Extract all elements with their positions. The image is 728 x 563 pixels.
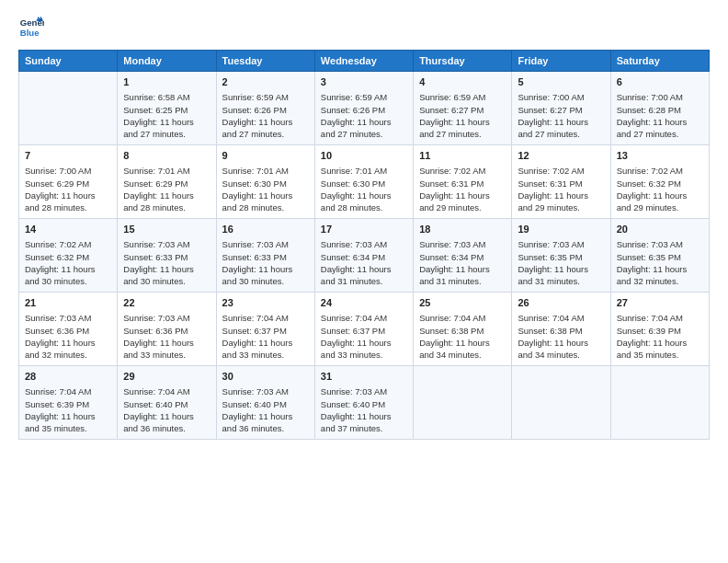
day-number: 11: [419, 149, 506, 163]
day-info: Sunrise: 7:04 AM Sunset: 6:38 PM Dayligh…: [419, 312, 506, 361]
calendar-cell: 29Sunrise: 7:04 AM Sunset: 6:40 PM Dayli…: [118, 366, 216, 440]
header-cell-thursday: Thursday: [414, 51, 512, 72]
header-cell-friday: Friday: [512, 51, 610, 72]
day-number: 12: [518, 149, 604, 163]
header-cell-wednesday: Wednesday: [314, 51, 413, 72]
day-info: Sunrise: 7:02 AM Sunset: 6:32 PM Dayligh…: [617, 165, 703, 213]
week-row-4: 21Sunrise: 7:03 AM Sunset: 6:36 PM Dayli…: [19, 293, 710, 366]
day-info: Sunrise: 6:58 AM Sunset: 6:25 PM Dayligh…: [123, 91, 210, 140]
day-number: 4: [419, 75, 506, 89]
calendar-cell: 25Sunrise: 7:04 AM Sunset: 6:38 PM Dayli…: [414, 293, 512, 366]
week-row-5: 28Sunrise: 7:04 AM Sunset: 6:39 PM Dayli…: [19, 366, 710, 440]
calendar-table: SundayMondayTuesdayWednesdayThursdayFrid…: [18, 50, 710, 440]
calendar-cell: 12Sunrise: 7:02 AM Sunset: 6:31 PM Dayli…: [512, 145, 610, 219]
calendar-cell: [512, 366, 610, 440]
calendar-cell: 9Sunrise: 7:01 AM Sunset: 6:30 PM Daylig…: [216, 145, 314, 219]
calendar-cell: 28Sunrise: 7:04 AM Sunset: 6:39 PM Dayli…: [19, 366, 118, 440]
day-info: Sunrise: 7:02 AM Sunset: 6:32 PM Dayligh…: [25, 238, 111, 287]
week-row-3: 14Sunrise: 7:02 AM Sunset: 6:32 PM Dayli…: [19, 219, 710, 293]
calendar-cell: 20Sunrise: 7:03 AM Sunset: 6:35 PM Dayli…: [610, 219, 709, 293]
day-number: 14: [25, 223, 111, 236]
day-number: 24: [321, 296, 407, 310]
day-info: Sunrise: 7:03 AM Sunset: 6:36 PM Dayligh…: [123, 312, 210, 361]
day-info: Sunrise: 7:04 AM Sunset: 6:38 PM Dayligh…: [518, 312, 604, 361]
day-info: Sunrise: 7:03 AM Sunset: 6:33 PM Dayligh…: [222, 238, 309, 287]
calendar-cell: 19Sunrise: 7:03 AM Sunset: 6:35 PM Dayli…: [512, 219, 610, 293]
calendar-header-row: SundayMondayTuesdayWednesdayThursdayFrid…: [19, 51, 710, 72]
day-info: Sunrise: 7:02 AM Sunset: 6:31 PM Dayligh…: [518, 165, 604, 213]
calendar-cell: 2Sunrise: 6:59 AM Sunset: 6:26 PM Daylig…: [216, 72, 314, 145]
day-info: Sunrise: 7:04 AM Sunset: 6:40 PM Dayligh…: [123, 385, 210, 434]
calendar-cell: 22Sunrise: 7:03 AM Sunset: 6:36 PM Dayli…: [118, 293, 216, 366]
day-number: 18: [419, 223, 506, 236]
logo: General Blue: [18, 15, 48, 40]
calendar-cell: 27Sunrise: 7:04 AM Sunset: 6:39 PM Dayli…: [610, 293, 709, 366]
logo-icon: General Blue: [18, 15, 44, 40]
day-number: 21: [25, 296, 111, 310]
day-number: 31: [321, 370, 407, 384]
day-number: 9: [222, 149, 309, 163]
day-info: Sunrise: 7:00 AM Sunset: 6:28 PM Dayligh…: [617, 91, 703, 140]
calendar-cell: 17Sunrise: 7:03 AM Sunset: 6:34 PM Dayli…: [314, 219, 413, 293]
day-number: 17: [321, 223, 407, 236]
page: General Blue SundayMondayTuesdayWednesda…: [0, 0, 728, 563]
day-number: 2: [222, 75, 309, 89]
day-info: Sunrise: 7:02 AM Sunset: 6:31 PM Dayligh…: [419, 165, 506, 213]
day-number: 25: [419, 296, 506, 310]
day-number: 22: [123, 296, 210, 310]
day-number: 6: [617, 75, 703, 89]
day-info: Sunrise: 6:59 AM Sunset: 6:26 PM Dayligh…: [321, 91, 407, 140]
day-number: 16: [222, 223, 309, 236]
day-info: Sunrise: 7:03 AM Sunset: 6:40 PM Dayligh…: [222, 385, 309, 434]
calendar-cell: [414, 366, 512, 440]
day-number: 20: [617, 223, 703, 236]
calendar-cell: 8Sunrise: 7:01 AM Sunset: 6:29 PM Daylig…: [118, 145, 216, 219]
day-number: 15: [123, 223, 210, 236]
day-info: Sunrise: 7:04 AM Sunset: 6:37 PM Dayligh…: [321, 312, 407, 361]
calendar-cell: 14Sunrise: 7:02 AM Sunset: 6:32 PM Dayli…: [19, 219, 118, 293]
day-info: Sunrise: 7:03 AM Sunset: 6:40 PM Dayligh…: [321, 385, 407, 434]
calendar-cell: 3Sunrise: 6:59 AM Sunset: 6:26 PM Daylig…: [314, 72, 413, 145]
day-info: Sunrise: 7:03 AM Sunset: 6:36 PM Dayligh…: [25, 312, 111, 361]
calendar-cell: 6Sunrise: 7:00 AM Sunset: 6:28 PM Daylig…: [610, 72, 709, 145]
day-number: 10: [321, 149, 407, 163]
week-row-2: 7Sunrise: 7:00 AM Sunset: 6:29 PM Daylig…: [19, 145, 710, 219]
calendar-cell: [610, 366, 709, 440]
svg-text:Blue: Blue: [20, 28, 40, 38]
day-info: Sunrise: 7:04 AM Sunset: 6:37 PM Dayligh…: [222, 312, 309, 361]
calendar-cell: 7Sunrise: 7:00 AM Sunset: 6:29 PM Daylig…: [19, 145, 118, 219]
day-info: Sunrise: 7:00 AM Sunset: 6:27 PM Dayligh…: [518, 91, 604, 140]
day-info: Sunrise: 7:01 AM Sunset: 6:30 PM Dayligh…: [321, 165, 407, 213]
calendar-cell: 4Sunrise: 6:59 AM Sunset: 6:27 PM Daylig…: [414, 72, 512, 145]
calendar-cell: 23Sunrise: 7:04 AM Sunset: 6:37 PM Dayli…: [216, 293, 314, 366]
day-number: 8: [123, 149, 210, 163]
calendar-cell: 24Sunrise: 7:04 AM Sunset: 6:37 PM Dayli…: [314, 293, 413, 366]
day-number: 26: [518, 296, 604, 310]
day-info: Sunrise: 7:03 AM Sunset: 6:34 PM Dayligh…: [321, 238, 407, 287]
calendar-cell: [19, 72, 118, 145]
day-info: Sunrise: 7:00 AM Sunset: 6:29 PM Dayligh…: [25, 165, 111, 213]
day-info: Sunrise: 7:03 AM Sunset: 6:34 PM Dayligh…: [419, 238, 506, 287]
day-info: Sunrise: 6:59 AM Sunset: 6:27 PM Dayligh…: [419, 91, 506, 140]
calendar-cell: 15Sunrise: 7:03 AM Sunset: 6:33 PM Dayli…: [118, 219, 216, 293]
calendar-cell: 10Sunrise: 7:01 AM Sunset: 6:30 PM Dayli…: [314, 145, 413, 219]
calendar-body: 1Sunrise: 6:58 AM Sunset: 6:25 PM Daylig…: [19, 72, 710, 440]
day-info: Sunrise: 7:04 AM Sunset: 6:39 PM Dayligh…: [25, 385, 111, 434]
day-number: 29: [123, 370, 210, 384]
calendar-cell: 31Sunrise: 7:03 AM Sunset: 6:40 PM Dayli…: [314, 366, 413, 440]
day-number: 19: [518, 223, 604, 236]
calendar-cell: 1Sunrise: 6:58 AM Sunset: 6:25 PM Daylig…: [118, 72, 216, 145]
calendar-cell: 18Sunrise: 7:03 AM Sunset: 6:34 PM Dayli…: [414, 219, 512, 293]
day-number: 13: [617, 149, 703, 163]
calendar-cell: 11Sunrise: 7:02 AM Sunset: 6:31 PM Dayli…: [414, 145, 512, 219]
day-info: Sunrise: 7:03 AM Sunset: 6:33 PM Dayligh…: [123, 238, 210, 287]
day-info: Sunrise: 7:01 AM Sunset: 6:29 PM Dayligh…: [123, 165, 210, 213]
day-number: 23: [222, 296, 309, 310]
day-number: 30: [222, 370, 309, 384]
header-cell-saturday: Saturday: [610, 51, 709, 72]
day-info: Sunrise: 6:59 AM Sunset: 6:26 PM Dayligh…: [222, 91, 309, 140]
day-number: 5: [518, 75, 604, 89]
calendar-cell: 13Sunrise: 7:02 AM Sunset: 6:32 PM Dayli…: [610, 145, 709, 219]
day-number: 7: [25, 149, 111, 163]
day-number: 28: [25, 370, 111, 384]
